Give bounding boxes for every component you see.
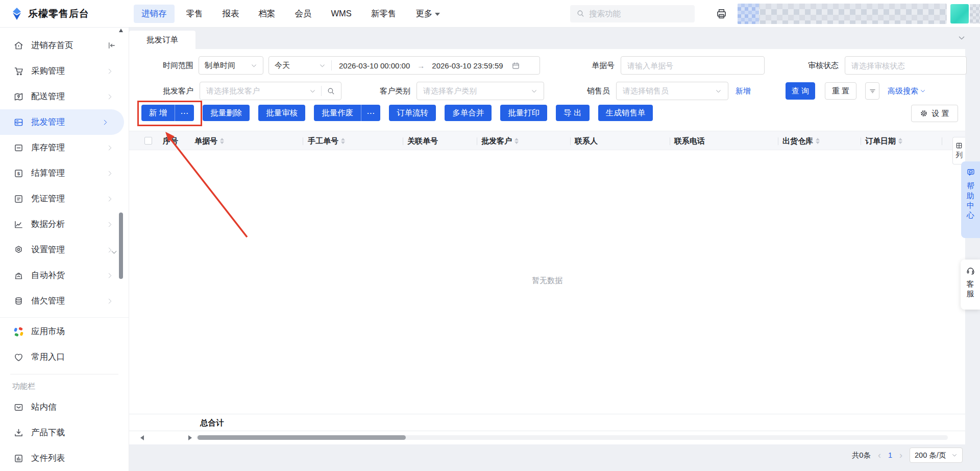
batch-audit-button[interactable]: 批量审核 [258, 105, 305, 121]
col-doc-no[interactable]: 单据号 [194, 131, 224, 151]
advanced-search-link[interactable]: 高级搜索 [888, 86, 926, 96]
customer-search-icon[interactable] [327, 87, 341, 96]
total-row: 总合计 [129, 414, 965, 431]
sidebar-item-label: 产品下载 [31, 427, 65, 438]
date-preset-select[interactable]: 今天 [269, 61, 331, 70]
sidebar-item-favorites[interactable]: 常用入口 [0, 344, 129, 370]
sidebar-item-auto-replenish[interactable]: 自动补货 [0, 263, 129, 288]
sidebar-item-voucher[interactable]: 凭证管理 [0, 186, 129, 211]
batch-void-button[interactable]: 批量作废 ⋯ [314, 105, 380, 121]
function-search[interactable] [570, 5, 695, 22]
dollar-icon: $ [13, 168, 24, 179]
nav-item-jinxiaocun[interactable]: 进销存 [134, 5, 175, 23]
prev-page-icon[interactable]: ‹ [878, 451, 881, 460]
query-button[interactable]: 查 询 [786, 82, 815, 100]
column-separator [778, 137, 778, 145]
doc-no-field[interactable] [621, 56, 765, 75]
add-more-icon[interactable]: ⋯ [175, 105, 194, 121]
scrollbar-thumb[interactable] [198, 435, 406, 440]
chevron-right-icon [107, 221, 113, 228]
sort-icon[interactable] [816, 138, 820, 144]
next-page-icon[interactable]: › [899, 451, 902, 460]
avatar[interactable] [950, 4, 969, 23]
add-button[interactable]: 新 增 ⋯ [141, 105, 194, 121]
col-order-date[interactable]: 订单日期 [865, 131, 902, 151]
sidebar-item-home[interactable]: 进销存首页 [0, 33, 129, 58]
tab-wholesale-order[interactable]: 批发订单 [129, 31, 195, 49]
nav-item-xinlingshou[interactable]: 新零售 [363, 5, 404, 23]
nav-item-wms[interactable]: WMS [324, 5, 359, 22]
audit-status-input[interactable] [851, 61, 960, 70]
sidebar-item-app-market[interactable]: 应用市场 [0, 319, 129, 344]
sidebar-item-wholesale[interactable]: 批发管理 [0, 109, 124, 135]
generate-sales-order-button[interactable]: 生成销售单 [598, 105, 653, 121]
merge-orders-button[interactable]: 多单合并 [445, 105, 492, 121]
sort-icon[interactable] [220, 138, 224, 144]
scroll-right-icon[interactable] [188, 435, 192, 440]
sidebar-item-inventory[interactable]: 库存管理 [0, 135, 129, 160]
sidebar-item-delivery[interactable]: 配送管理 [0, 84, 129, 109]
chevron-right-icon [107, 196, 113, 202]
scroll-left-icon[interactable] [140, 435, 144, 440]
sidebar-scrollbar[interactable] [119, 213, 123, 279]
sort-icon[interactable] [898, 138, 902, 144]
table-settings-button[interactable]: 设 置 [911, 105, 958, 122]
help-center-tab[interactable]: 帮助中心 [961, 161, 980, 238]
add-button-label[interactable]: 新 增 [141, 105, 175, 121]
select-all-checkbox[interactable] [144, 137, 152, 145]
sidebar-item-file-list[interactable]: 文件列表 [0, 445, 129, 471]
column-separator [570, 137, 571, 145]
search-icon [576, 9, 585, 18]
time-type-select[interactable]: 制单时间 [199, 56, 263, 75]
column-config-label: 列 [955, 151, 963, 160]
order-flow-button[interactable]: 订单流转 [389, 105, 436, 121]
scrollbar-track[interactable] [197, 435, 948, 440]
sidebar-item-settlement[interactable]: $ 结算管理 [0, 160, 129, 186]
sidebar-item-label: 数据分析 [31, 219, 65, 230]
filter-lines-button[interactable] [865, 82, 879, 100]
col-warehouse[interactable]: 出货仓库 [782, 131, 820, 151]
category-select[interactable]: 请选择客户类别 [416, 82, 544, 100]
col-customer[interactable]: 批发客户 [481, 131, 519, 151]
sidebar-more-chevron-icon[interactable] [110, 248, 118, 256]
sidebar-scroll-up-icon[interactable] [119, 29, 123, 32]
sidebar-item-debt[interactable]: 借欠管理 [0, 288, 129, 314]
export-button[interactable]: 导 出 [556, 105, 589, 121]
sort-icon[interactable] [341, 138, 345, 144]
batch-print-button[interactable]: 批量打印 [500, 105, 547, 121]
sidebar-item-analytics[interactable]: 数据分析 [0, 211, 129, 237]
nav-item-huiyuan[interactable]: 会员 [287, 5, 320, 23]
nav-item-dangan[interactable]: 档案 [251, 5, 283, 23]
nav-item-more[interactable]: 更多 [408, 5, 448, 23]
batch-void-more-icon[interactable]: ⋯ [361, 105, 380, 121]
sidebar-item-product-download[interactable]: 产品下载 [0, 420, 129, 445]
nav-item-lingshou[interactable]: 零售 [179, 5, 211, 23]
customer-service-tab[interactable]: 客服 [961, 260, 980, 310]
customer-placeholder: 请选择批发客户 [200, 86, 309, 96]
sort-icon[interactable] [514, 138, 519, 144]
date-from[interactable]: 2026-03-10 00:00:00 [332, 61, 417, 70]
column-config-tab[interactable]: 列 [952, 137, 965, 164]
collapse-sidebar-icon[interactable] [107, 41, 116, 50]
batch-void-label[interactable]: 批量作废 [314, 105, 361, 121]
search-input[interactable] [589, 9, 676, 18]
customer-select[interactable]: 请选择批发客户 [200, 82, 341, 100]
sidebar-item-purchase[interactable]: 采购管理 [0, 58, 129, 84]
calendar-icon[interactable] [511, 61, 520, 70]
nav-item-baobiao[interactable]: 报表 [215, 5, 247, 23]
audit-status-field[interactable] [845, 56, 967, 75]
date-to[interactable]: 2026-03-10 23:59:59 [425, 61, 510, 70]
tabbar-expand-icon[interactable] [958, 34, 966, 42]
batch-delete-button[interactable]: 批量删除 [203, 105, 250, 121]
salesman-add-link[interactable]: 新增 [736, 86, 751, 96]
printer-icon[interactable] [716, 8, 727, 19]
current-page[interactable]: 1 [888, 451, 892, 459]
reset-button[interactable]: 重 置 [825, 82, 856, 100]
col-manual-no[interactable]: 手工单号 [308, 131, 345, 151]
chevron-down-icon [951, 452, 958, 458]
sidebar-item-messages[interactable]: 站内信 [0, 394, 129, 420]
page-size-select[interactable]: 200 条/页 [910, 448, 963, 463]
sidebar-item-settings[interactable]: 设置管理 [0, 237, 129, 263]
salesman-select[interactable]: 请选择销售员 [616, 82, 728, 100]
doc-no-input[interactable] [627, 61, 758, 70]
